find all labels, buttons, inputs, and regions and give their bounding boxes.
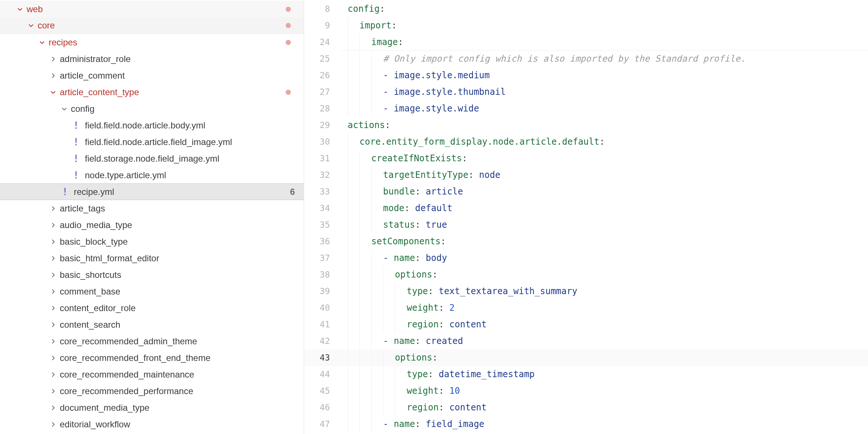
- line-number[interactable]: 24: [304, 34, 340, 51]
- tree-folder[interactable]: article_tags: [0, 200, 304, 217]
- line-number[interactable]: 32: [304, 167, 340, 183]
- tree-folder[interactable]: basic_shortcuts: [0, 266, 304, 283]
- line-number[interactable]: 36: [304, 233, 340, 250]
- code-area[interactable]: config:import:image:# Only import config…: [340, 0, 868, 434]
- tree-folder[interactable]: document_media_type: [0, 399, 304, 416]
- code-line[interactable]: - image.style.wide: [340, 100, 868, 117]
- tree-folder[interactable]: editorial_workflow: [0, 416, 304, 433]
- chevron-right-icon[interactable]: [50, 338, 56, 344]
- code-line[interactable]: - image.style.medium: [340, 67, 868, 84]
- tree-folder[interactable]: recipes: [0, 34, 304, 51]
- code-line[interactable]: - name: body: [340, 250, 868, 266]
- tree-folder[interactable]: article_comment: [0, 67, 304, 84]
- file-tree[interactable]: webcorerecipesadministrator_rolearticle_…: [0, 0, 304, 434]
- chevron-right-icon[interactable]: [50, 405, 56, 411]
- tree-folder[interactable]: basic_html_format_editor: [0, 250, 304, 266]
- chevron-right-icon[interactable]: [50, 73, 56, 79]
- chevron-down-icon[interactable]: [39, 39, 45, 45]
- chevron-right-icon[interactable]: [50, 322, 56, 328]
- line-number[interactable]: 39: [304, 283, 340, 300]
- code-line[interactable]: actions:: [340, 117, 868, 134]
- tree-folder[interactable]: audio_media_type: [0, 217, 304, 233]
- line-number[interactable]: 28: [304, 100, 340, 117]
- code-line[interactable]: weight: 2: [340, 300, 868, 316]
- line-number[interactable]: 42: [304, 333, 340, 349]
- chevron-right-icon[interactable]: [50, 388, 56, 394]
- line-number[interactable]: 34: [304, 200, 340, 217]
- tree-folder[interactable]: comment_base: [0, 283, 304, 300]
- chevron-right-icon[interactable]: [50, 305, 56, 311]
- chevron-down-icon[interactable]: [61, 106, 67, 112]
- tree-folder[interactable]: web: [0, 1, 304, 17]
- chevron-right-icon[interactable]: [50, 206, 56, 211]
- tree-file[interactable]: !recipe.yml6: [0, 183, 304, 200]
- chevron-right-icon[interactable]: [50, 289, 56, 294]
- line-number[interactable]: 33: [304, 183, 340, 200]
- line-number[interactable]: 38: [304, 266, 340, 283]
- tree-file[interactable]: !field.field.node.article.field_image.ym…: [0, 134, 304, 150]
- code-line[interactable]: options:: [340, 266, 868, 283]
- tree-folder[interactable]: core_recommended_admin_theme: [0, 333, 304, 349]
- code-line[interactable]: # Only import config which is also impor…: [340, 51, 868, 67]
- line-number[interactable]: 29: [304, 117, 340, 134]
- line-number[interactable]: 8: [304, 1, 340, 17]
- tree-file[interactable]: !field.field.node.article.body.yml: [0, 117, 304, 134]
- code-line[interactable]: import:: [340, 17, 868, 34]
- line-number[interactable]: 45: [304, 383, 340, 399]
- chevron-down-icon[interactable]: [50, 89, 56, 95]
- line-number[interactable]: 47: [304, 416, 340, 433]
- chevron-right-icon[interactable]: [50, 56, 56, 62]
- code-line[interactable]: core.entity_form_display.node.article.de…: [340, 134, 868, 150]
- line-number[interactable]: 26: [304, 67, 340, 84]
- code-line[interactable]: - image.style.thumbnail: [340, 84, 868, 100]
- line-number[interactable]: 31: [304, 150, 340, 167]
- chevron-down-icon[interactable]: [28, 23, 34, 28]
- code-line[interactable]: status: true: [340, 217, 868, 233]
- tree-folder[interactable]: core: [0, 17, 304, 34]
- code-line[interactable]: options:: [340, 349, 868, 366]
- tree-file[interactable]: !node.type.article.yml: [0, 167, 304, 183]
- line-number[interactable]: 30: [304, 134, 340, 150]
- code-line[interactable]: - name: created: [340, 333, 868, 349]
- line-number[interactable]: 27: [304, 84, 340, 100]
- code-editor[interactable]: 8924252627282930313233343536373839404142…: [304, 0, 868, 434]
- chevron-right-icon[interactable]: [50, 372, 56, 378]
- chevron-right-icon[interactable]: [50, 239, 56, 245]
- line-number[interactable]: 43: [304, 349, 340, 366]
- chevron-right-icon[interactable]: [50, 255, 56, 261]
- chevron-down-icon[interactable]: [17, 6, 23, 12]
- tree-folder[interactable]: core_recommended_front_end_theme: [0, 349, 304, 366]
- tree-file[interactable]: !field.storage.node.field_image.yml: [0, 150, 304, 167]
- code-line[interactable]: config:: [340, 1, 868, 17]
- code-line[interactable]: image:: [340, 34, 868, 51]
- code-line[interactable]: setComponents:: [340, 233, 868, 250]
- tree-folder[interactable]: config: [0, 100, 304, 117]
- tree-folder[interactable]: core_recommended_performance: [0, 383, 304, 399]
- line-number[interactable]: 35: [304, 217, 340, 233]
- code-line[interactable]: weight: 10: [340, 383, 868, 399]
- tree-folder[interactable]: basic_block_type: [0, 233, 304, 250]
- tree-folder[interactable]: administrator_role: [0, 51, 304, 67]
- line-number[interactable]: 46: [304, 399, 340, 416]
- tree-folder[interactable]: article_content_type: [0, 84, 304, 100]
- line-number[interactable]: 9: [304, 17, 340, 34]
- tree-folder[interactable]: content_search: [0, 316, 304, 333]
- code-line[interactable]: region: content: [340, 399, 868, 416]
- chevron-right-icon[interactable]: [50, 222, 56, 228]
- code-line[interactable]: bundle: article: [340, 183, 868, 200]
- tree-folder[interactable]: content_editor_role: [0, 300, 304, 316]
- code-line[interactable]: region: content: [340, 316, 868, 333]
- code-line[interactable]: - name: field_image: [340, 416, 868, 433]
- code-line[interactable]: type: datetime_timestamp: [340, 366, 868, 383]
- line-number[interactable]: 44: [304, 366, 340, 383]
- line-number[interactable]: 40: [304, 300, 340, 316]
- code-line[interactable]: type: text_textarea_with_summary: [340, 283, 868, 300]
- code-line[interactable]: targetEntityType: node: [340, 167, 868, 183]
- chevron-right-icon[interactable]: [50, 272, 56, 278]
- code-line[interactable]: mode: default: [340, 200, 868, 217]
- chevron-right-icon[interactable]: [50, 355, 56, 361]
- tree-folder[interactable]: core_recommended_maintenance: [0, 366, 304, 383]
- line-number[interactable]: 37: [304, 250, 340, 266]
- code-line[interactable]: createIfNotExists:: [340, 150, 868, 167]
- chevron-right-icon[interactable]: [50, 421, 56, 427]
